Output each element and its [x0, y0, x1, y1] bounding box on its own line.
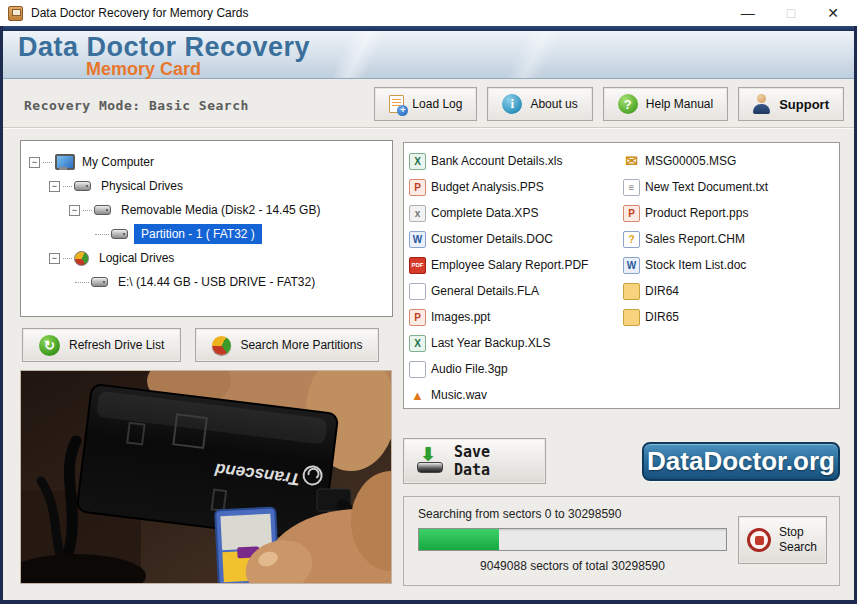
help-manual-label: Help Manual [646, 97, 713, 111]
xps-icon: x [409, 205, 426, 222]
file-name[interactable]: New Text Document.txt [645, 180, 768, 194]
tree-item-logical-drives[interactable]: − Logical Drives [29, 246, 392, 270]
file-item[interactable]: WCustomer Details.DOC [409, 226, 623, 252]
file-item[interactable]: XLast Year Backup.XLS [409, 330, 623, 356]
file-name[interactable]: General Details.FLA [431, 284, 539, 298]
collapse-toggle-icon[interactable]: − [29, 157, 40, 168]
file-name[interactable]: MSG00005.MSG [645, 154, 736, 168]
close-button[interactable]: ✕ [827, 6, 839, 20]
refresh-label: Refresh Drive List [69, 338, 164, 352]
recovery-mode-label: Recovery Mode: Basic Search [24, 98, 249, 113]
file-name[interactable]: Employee Salary Report.PDF [431, 258, 588, 272]
tree-item-e-drive[interactable]: E:\ (14.44 GB - USB DRIVE - FAT32) [29, 270, 392, 294]
file-name[interactable]: DIR64 [645, 284, 679, 298]
collapse-toggle-icon[interactable]: − [49, 181, 60, 192]
tree-item-physical-drives[interactable]: − Physical Drives [29, 174, 392, 198]
tree-item-partition-1[interactable]: Partition - 1 ( FAT32 ) [29, 222, 392, 246]
save-data-button[interactable]: Save Data [403, 438, 546, 484]
drive-icon [91, 277, 108, 287]
file-name[interactable]: Customer Details.DOC [431, 232, 553, 246]
tree-item-removable-media[interactable]: − Removable Media (Disk2 - 14.45 GB) [29, 198, 392, 222]
file-name[interactable]: Sales Report.CHM [645, 232, 745, 246]
file-item[interactable]: DIR65 [623, 304, 837, 330]
searching-sectors-label: Searching from sectors 0 to 30298590 [418, 507, 621, 521]
app-subtitle: Memory Card [86, 59, 201, 80]
tree-item-my-computer[interactable]: − My Computer [29, 150, 392, 174]
toolbar-separator [3, 127, 854, 129]
collapse-toggle-icon[interactable]: − [69, 205, 80, 216]
search-progress-panel: Searching from sectors 0 to 30298590 904… [403, 496, 840, 586]
folder-icon [623, 309, 640, 326]
save-data-label: Save Data [454, 443, 533, 479]
file-name[interactable]: Last Year Backup.XLS [431, 336, 550, 350]
file-item[interactable]: Audio File.3gp [409, 356, 623, 382]
tree-item-label[interactable]: Physical Drives [97, 177, 187, 195]
file-item[interactable]: PImages.ppt [409, 304, 623, 330]
excel-icon: X [409, 153, 426, 170]
file-item[interactable]: XBank Account Details.xls [409, 148, 623, 174]
file-item[interactable]: ?Sales Report.CHM [623, 226, 837, 252]
search-more-label: Search More Partitions [240, 338, 362, 352]
maximize-button[interactable]: □ [787, 6, 795, 20]
progress-bar [418, 528, 727, 551]
tree-item-label-selected[interactable]: Partition - 1 ( FAT32 ) [134, 224, 262, 244]
tree-item-label[interactable]: E:\ (14.44 GB - USB DRIVE - FAT32) [114, 273, 319, 291]
info-icon: i [502, 94, 522, 114]
file-name[interactable]: Audio File.3gp [431, 362, 508, 376]
card-reader-photo: Transcend [20, 370, 392, 584]
datadoctor-logo-text: DataDoctor.org [647, 446, 835, 477]
help-manual-button[interactable]: ? Help Manual [603, 87, 728, 121]
about-us-button[interactable]: i About us [487, 87, 592, 121]
load-log-button[interactable]: Load Log [374, 87, 477, 121]
file-item[interactable]: PProduct Report.pps [623, 200, 837, 226]
file-item[interactable]: ✉MSG00005.MSG [623, 148, 837, 174]
tree-item-label[interactable]: Logical Drives [95, 249, 178, 267]
file-name[interactable]: Stock Item List.doc [645, 258, 746, 272]
file-item[interactable]: xComplete Data.XPS [409, 200, 623, 226]
stop-icon [747, 528, 771, 552]
file-item[interactable]: ▲Music.wav [409, 382, 623, 408]
file-item[interactable]: ≡New Text Document.txt [623, 174, 837, 200]
file-name[interactable]: Bank Account Details.xls [431, 154, 562, 168]
tree-item-label[interactable]: My Computer [78, 153, 158, 171]
support-button[interactable]: Support [738, 87, 844, 121]
load-log-label: Load Log [412, 97, 462, 111]
file-name[interactable]: Music.wav [431, 388, 487, 402]
recovered-files-panel: XBank Account Details.xls PBudget Analys… [403, 142, 840, 409]
search-more-partitions-button[interactable]: Search More Partitions [195, 328, 379, 362]
doc-icon: W [409, 231, 426, 248]
question-icon: ? [618, 94, 638, 114]
drive-icon [111, 229, 128, 239]
file-name[interactable]: Complete Data.XPS [431, 206, 538, 220]
sectors-count-label: 9049088 sectors of total 30298590 [418, 559, 727, 573]
pps-icon: P [623, 205, 640, 222]
app-window: Data Doctor Recovery for Memory Cards — … [0, 0, 857, 604]
about-us-label: About us [530, 97, 577, 111]
file-name[interactable]: Images.ppt [431, 310, 490, 324]
pie-chart-icon [74, 251, 89, 266]
tree-item-label[interactable]: Removable Media (Disk2 - 14.45 GB) [117, 201, 324, 219]
pie-chart-icon [212, 336, 231, 355]
file-column-left: XBank Account Details.xls PBudget Analys… [409, 148, 623, 408]
minimize-button[interactable]: — [741, 6, 755, 20]
file-item[interactable]: WStock Item List.doc [623, 252, 837, 278]
file-name[interactable]: Budget Analysis.PPS [431, 180, 544, 194]
file-item[interactable]: General Details.FLA [409, 278, 623, 304]
person-icon [753, 94, 771, 114]
file-item[interactable]: DIR64 [623, 278, 837, 304]
file-name[interactable]: Product Report.pps [645, 206, 748, 220]
refresh-drive-list-button[interactable]: ↻ Refresh Drive List [22, 328, 181, 362]
collapse-toggle-icon[interactable]: − [49, 253, 60, 264]
app-icon [8, 6, 23, 21]
header-top-stripe [0, 26, 857, 31]
progress-fill [419, 529, 499, 550]
stop-search-label: Stop Search [779, 525, 817, 555]
file-item[interactable]: PDFEmployee Salary Report.PDF [409, 252, 623, 278]
msg-icon: ✉ [623, 153, 640, 170]
file-item[interactable]: PBudget Analysis.PPS [409, 174, 623, 200]
window-border-left [0, 26, 3, 604]
datadoctor-logo[interactable]: DataDoctor.org [642, 442, 840, 481]
drive-icon [74, 181, 91, 191]
file-name[interactable]: DIR65 [645, 310, 679, 324]
stop-search-button[interactable]: Stop Search [738, 516, 827, 564]
